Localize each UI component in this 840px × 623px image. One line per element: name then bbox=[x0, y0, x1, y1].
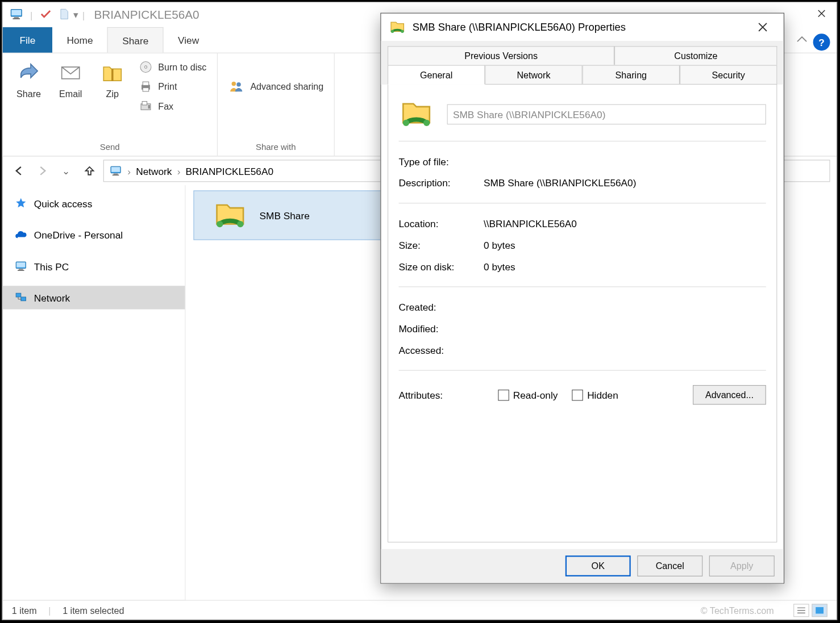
value-size: 0 bytes bbox=[484, 240, 515, 251]
advanced-sharing-label: Advanced sharing bbox=[250, 81, 323, 91]
nav-label: Quick access bbox=[34, 198, 93, 210]
addr-seg-host[interactable]: BRIANPICKLE56A0 bbox=[186, 165, 273, 177]
hidden-label: Hidden bbox=[587, 390, 618, 401]
navigation-pane: Quick access OneDrive - Personal This PC… bbox=[3, 185, 186, 600]
file-item-smb-share[interactable]: SMB Share bbox=[193, 190, 396, 240]
share-folder-icon bbox=[389, 19, 406, 36]
cancel-button[interactable]: Cancel bbox=[637, 555, 702, 576]
ok-button[interactable]: OK bbox=[565, 555, 631, 576]
dialog-tabs: Previous Versions Customize General Netw… bbox=[381, 41, 783, 85]
back-button[interactable] bbox=[9, 161, 29, 181]
chevron-right-icon[interactable]: › bbox=[177, 165, 181, 177]
close-button[interactable] bbox=[806, 2, 837, 24]
tab-share[interactable]: Share bbox=[107, 27, 164, 53]
label-size: Size: bbox=[399, 240, 484, 251]
label-modified: Modified: bbox=[399, 323, 484, 335]
status-bar: 1 item | 1 item selected © TechTerms.com bbox=[3, 600, 837, 620]
nav-label: This PC bbox=[34, 261, 69, 272]
ribbon-group-send: Share Email Zip Burn to disc bbox=[3, 53, 218, 156]
ribbon-group-share-with: Advanced sharing Share with bbox=[218, 53, 335, 156]
star-icon bbox=[14, 197, 27, 210]
group-send-label: Send bbox=[100, 140, 120, 153]
checkbox-readonly[interactable]: Read-only bbox=[498, 390, 558, 401]
burn-label: Burn to disc bbox=[158, 62, 206, 72]
tab-general[interactable]: General bbox=[388, 65, 485, 85]
apply-button[interactable]: Apply bbox=[709, 555, 775, 576]
value-size-on-disk: 0 bytes bbox=[484, 261, 515, 273]
view-toggle bbox=[793, 604, 827, 617]
watermark: © TechTerms.com bbox=[701, 605, 774, 615]
checkbox-icon bbox=[572, 390, 584, 401]
dialog-footer: OK Cancel Apply bbox=[381, 549, 783, 583]
tab-sharing[interactable]: Sharing bbox=[583, 65, 680, 85]
zip-label: Zip bbox=[106, 89, 119, 99]
readonly-label: Read-only bbox=[513, 390, 558, 401]
checkbox-hidden[interactable]: Hidden bbox=[572, 390, 618, 401]
forward-button[interactable] bbox=[33, 161, 53, 181]
status-count: 1 item bbox=[12, 605, 37, 615]
label-type: Type of file: bbox=[399, 156, 484, 167]
dialog-close-button[interactable] bbox=[750, 14, 776, 40]
qat-doc-icon[interactable] bbox=[57, 7, 70, 22]
explorer-window: | ▾ | BRIANPICKLE56A0 ? File Home Share … bbox=[2, 2, 837, 620]
status-sep: | bbox=[48, 605, 51, 615]
properties-dialog: SMB Share (\\BRIANPICKLE56A0) Properties… bbox=[380, 13, 784, 584]
share-folder-icon bbox=[399, 97, 434, 132]
share-folder-icon bbox=[213, 198, 248, 233]
label-created: Created: bbox=[399, 302, 484, 313]
nav-network[interactable]: Network bbox=[3, 286, 185, 309]
print-label: Print bbox=[158, 81, 177, 91]
tab-security[interactable]: Security bbox=[680, 65, 777, 85]
print-button[interactable]: Print bbox=[134, 77, 212, 97]
group-sharewith-label: Share with bbox=[256, 140, 296, 153]
qat-dropdown-icon[interactable]: ▾ bbox=[73, 9, 78, 21]
status-selected: 1 item selected bbox=[63, 605, 124, 615]
email-label: Email bbox=[59, 89, 82, 99]
nav-label: Network bbox=[34, 292, 70, 303]
tab-file[interactable]: File bbox=[3, 27, 53, 53]
svg-rect-20 bbox=[816, 607, 824, 613]
tab-previous-versions[interactable]: Previous Versions bbox=[388, 46, 614, 65]
burn-button[interactable]: Burn to disc bbox=[134, 57, 212, 77]
nav-onedrive[interactable]: OneDrive - Personal bbox=[3, 223, 185, 246]
nav-label: OneDrive - Personal bbox=[34, 229, 123, 241]
value-location: \\BRIANPICKLE56A0 bbox=[484, 218, 577, 229]
window-title: BRIANPICKLE56A0 bbox=[94, 8, 199, 22]
view-details-button[interactable] bbox=[793, 604, 809, 617]
addr-seg-network[interactable]: Network bbox=[136, 165, 172, 177]
fax-button[interactable]: Fax bbox=[134, 97, 212, 116]
tab-customize[interactable]: Customize bbox=[614, 46, 777, 65]
name-field[interactable]: SMB Share (\\BRIANPICKLE56A0) bbox=[447, 104, 766, 124]
tab-home[interactable]: Home bbox=[52, 27, 107, 53]
value-description: SMB Share (\\BRIANPICKLE56A0) bbox=[484, 177, 636, 189]
window-controls bbox=[806, 2, 837, 24]
share-label: Share bbox=[16, 89, 41, 99]
tab-view[interactable]: View bbox=[164, 27, 214, 53]
advanced-sharing-button[interactable]: Advanced sharing bbox=[223, 76, 328, 98]
ribbon-collapse-icon[interactable] bbox=[796, 35, 808, 47]
advanced-button[interactable]: Advanced... bbox=[693, 385, 766, 405]
zip-button[interactable]: Zip bbox=[92, 57, 134, 103]
network-icon bbox=[14, 291, 27, 304]
dialog-title-bar: SMB Share (\\BRIANPICKLE56A0) Properties bbox=[381, 14, 783, 41]
file-item-label: SMB Share bbox=[260, 210, 310, 221]
title-sep: | bbox=[30, 9, 32, 20]
title-sep2: | bbox=[82, 9, 85, 20]
nav-this-pc[interactable]: This PC bbox=[3, 254, 185, 278]
dialog-body: SMB Share (\\BRIANPICKLE56A0) Type of fi… bbox=[388, 84, 777, 542]
up-button[interactable] bbox=[80, 161, 99, 181]
qat-check-icon[interactable] bbox=[39, 7, 52, 22]
computer-icon bbox=[9, 7, 23, 23]
nav-quick-access[interactable]: Quick access bbox=[3, 192, 185, 215]
tab-network[interactable]: Network bbox=[485, 65, 582, 85]
recent-dropdown[interactable]: ⌄ bbox=[56, 161, 76, 181]
chevron-right-icon[interactable]: › bbox=[127, 165, 131, 177]
fax-label: Fax bbox=[158, 101, 173, 111]
share-button[interactable]: Share bbox=[8, 57, 50, 103]
checkbox-icon bbox=[498, 390, 509, 401]
view-icons-button[interactable] bbox=[812, 604, 827, 617]
label-size-on-disk: Size on disk: bbox=[399, 261, 484, 273]
label-description: Description: bbox=[399, 177, 484, 189]
help-icon[interactable]: ? bbox=[813, 34, 830, 51]
email-button[interactable]: Email bbox=[49, 57, 92, 103]
